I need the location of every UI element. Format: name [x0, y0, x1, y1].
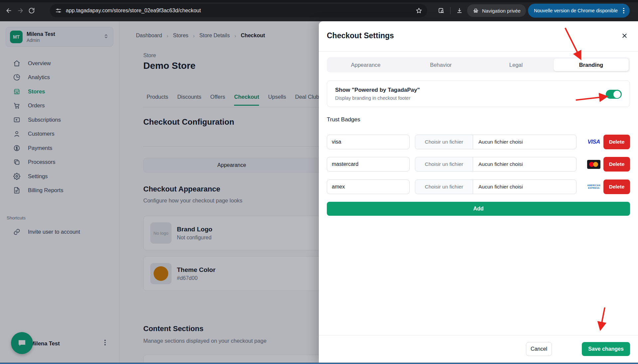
badge-name-input[interactable]: [327, 157, 410, 172]
drawer-header: Checkout Settings: [319, 21, 638, 52]
amex-logo: AMERICAN EXPRESS: [587, 184, 600, 189]
powered-by-toggle-card: Show "Powered by TagadaPay" Display bran…: [327, 80, 630, 107]
checkout-settings-drawer: Checkout Settings Appearance Behavior Le…: [319, 21, 638, 364]
browser-toolbar: app.tagadapay.com/stores/store_02ea9f3ac…: [0, 0, 638, 21]
reading-mode-icon[interactable]: [436, 5, 447, 16]
badge-name-input[interactable]: [327, 180, 410, 194]
close-icon[interactable]: [619, 31, 629, 41]
trust-badge-row: Choisir un fichier Aucun fichier choisi …: [327, 180, 630, 194]
delete-button[interactable]: Delete: [603, 135, 630, 149]
trust-badge-row: Choisir un fichier Aucun fichier choisi …: [327, 135, 630, 149]
download-icon[interactable]: [454, 5, 465, 16]
visa-logo: VISA: [587, 139, 600, 145]
screen: app.tagadapay.com/stores/store_02ea9f3ac…: [0, 0, 638, 364]
tab-branding[interactable]: Branding: [554, 59, 629, 71]
save-changes-button[interactable]: Save changes: [582, 342, 630, 356]
site-settings-icon[interactable]: [55, 7, 63, 15]
choose-file-button[interactable]: Choisir un fichier: [415, 135, 473, 149]
choose-file-button[interactable]: Choisir un fichier: [415, 157, 473, 171]
delete-button[interactable]: Delete: [603, 180, 630, 194]
url-text[interactable]: app.tagadapay.com/stores/store_02ea9f3ac…: [66, 8, 415, 14]
file-status-text: Aucun fichier choisi: [473, 135, 576, 149]
choose-file-button[interactable]: Choisir un fichier: [415, 180, 473, 194]
chrome-update-label: Nouvelle version de Chrome disponible: [534, 8, 618, 13]
mastercard-logo: [587, 160, 600, 169]
toggle-title: Show "Powered by TagadaPay": [335, 87, 420, 93]
incognito-icon: [472, 7, 479, 14]
toggle-subtitle: Display branding in checkout footer: [335, 95, 420, 101]
tab-appearance[interactable]: Appearance: [328, 59, 403, 71]
chrome-update-button[interactable]: Nouvelle version de Chrome disponible: [528, 4, 630, 18]
forward-icon[interactable]: [15, 5, 26, 16]
tab-behavior[interactable]: Behavior: [403, 59, 478, 71]
drawer-title: Checkout Settings: [327, 31, 394, 40]
badge-file-input[interactable]: Choisir un fichier Aucun fichier choisi: [415, 135, 576, 149]
browser-menu-icon[interactable]: [621, 7, 626, 15]
cancel-button[interactable]: Cancel: [526, 342, 552, 356]
address-bar[interactable]: app.tagadapay.com/stores/store_02ea9f3ac…: [50, 4, 427, 17]
tab-legal[interactable]: Legal: [478, 59, 554, 71]
badge-file-input[interactable]: Choisir un fichier Aucun fichier choisi: [415, 157, 576, 172]
toolbar-divider: [450, 7, 450, 14]
bottom-edge-strip: [0, 363, 638, 364]
private-browsing-badge[interactable]: Navigation privée: [467, 4, 526, 17]
trust-badge-row: Choisir un fichier Aucun fichier choisi …: [327, 157, 630, 172]
file-status-text: Aucun fichier choisi: [473, 157, 576, 171]
file-status-text: Aucun fichier choisi: [473, 180, 576, 194]
badge-name-input[interactable]: [327, 135, 410, 149]
private-browsing-label: Navigation privée: [482, 8, 521, 14]
app-window: MT Milena Test Admin Overview Analytics: [0, 21, 638, 364]
trust-badges-label: Trust Badges: [327, 116, 360, 123]
reload-icon[interactable]: [26, 5, 37, 16]
add-button[interactable]: Add: [327, 202, 630, 216]
bookmark-star-icon[interactable]: [415, 6, 423, 15]
badge-file-input[interactable]: Choisir un fichier Aucun fichier choisi: [415, 180, 576, 194]
back-icon[interactable]: [3, 5, 15, 16]
drawer-footer: Cancel Save changes: [319, 335, 638, 364]
branding-toggle[interactable]: [606, 90, 622, 99]
delete-button[interactable]: Delete: [603, 157, 630, 172]
drawer-tabs: Appearance Behavior Legal Branding: [327, 57, 630, 72]
